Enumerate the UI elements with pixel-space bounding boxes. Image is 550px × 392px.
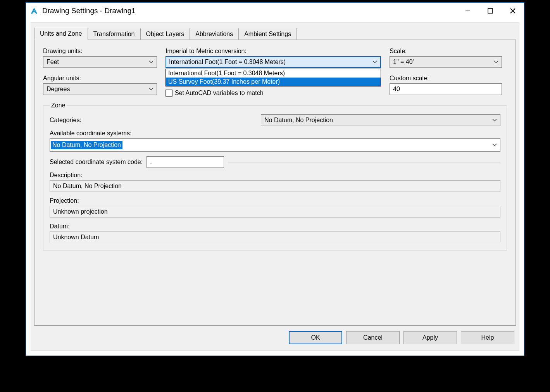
tab-label: Abbreviations (195, 31, 233, 37)
tab-ambient-settings[interactable]: Ambient Settings (238, 28, 297, 40)
chevron-down-icon (149, 88, 153, 91)
projection-value: Unknown projection (53, 208, 108, 215)
imperial-conversion-combo[interactable]: International Foot(1 Foot = 0.3048 Meter… (166, 56, 381, 68)
dropdown-option-label: US Survey Foot(39.37 Inches per Meter) (168, 78, 280, 85)
chevron-down-icon (492, 143, 497, 147)
angular-units-value: Degrees (47, 86, 70, 93)
scale-value: 1" = 40' (393, 59, 414, 66)
custom-scale-label: Custom scale: (390, 75, 502, 82)
selected-code-label: Selected coordinate system code: (50, 159, 143, 166)
button-label: Apply (422, 334, 438, 341)
scale-combo[interactable]: 1" = 40' (390, 56, 502, 68)
tab-transformation[interactable]: Transformation (88, 28, 141, 40)
tabstrip: Units and Zone Transformation Object Lay… (34, 26, 516, 40)
drawing-units-label: Drawing units: (43, 48, 157, 55)
datum-field: Unknown Datum (50, 231, 500, 243)
client-area: Units and Zone Transformation Object Lay… (31, 22, 519, 351)
window-title: Drawing Settings - Drawing1 (42, 7, 457, 15)
zone-group: Zone Categories: No Datum, No Projection… (43, 102, 507, 250)
tab-label: Units and Zone (40, 30, 82, 37)
tab-abbreviations[interactable]: Abbreviations (190, 28, 239, 40)
imperial-conversion-dropdown: International Foot(1 Foot = 0.3048 Meter… (166, 69, 381, 86)
svg-rect-0 (466, 10, 470, 11)
tab-label: Transformation (93, 31, 135, 37)
custom-scale-input[interactable]: 40 (390, 83, 502, 95)
help-button[interactable]: Help (461, 331, 514, 344)
imperial-conversion-value: International Foot(1 Foot = 0.3048 Meter… (169, 59, 286, 66)
dropdown-option-label: International Foot(1 Foot = 0.3048 Meter… (168, 70, 285, 76)
close-button[interactable] (502, 3, 524, 19)
dialog-button-row: OK Cancel Apply Help (289, 331, 516, 344)
svg-rect-1 (488, 9, 493, 13)
description-field: No Datum, No Projection (50, 180, 500, 192)
chevron-down-icon (149, 60, 153, 64)
dropdown-option-international-foot[interactable]: International Foot(1 Foot = 0.3048 Meter… (166, 69, 381, 78)
separator-line (228, 162, 500, 162)
scale-label: Scale: (390, 48, 502, 55)
categories-combo[interactable]: No Datum, No Projection (261, 114, 500, 126)
available-systems-value: No Datum, No Projection (51, 141, 122, 149)
selected-code-input[interactable]: . (147, 156, 224, 168)
dropdown-option-us-survey-foot[interactable]: US Survey Foot(39.37 Inches per Meter) (166, 78, 381, 86)
datum-label: Datum: (50, 223, 500, 230)
app-icon (30, 7, 38, 15)
description-value: No Datum, No Projection (53, 183, 122, 189)
projection-field: Unknown projection (50, 206, 500, 218)
maximize-button[interactable] (479, 3, 502, 19)
ok-button[interactable]: OK (289, 331, 342, 344)
button-label: OK (311, 334, 320, 341)
minimize-button[interactable] (457, 3, 479, 19)
available-systems-combo[interactable]: No Datum, No Projection (50, 138, 500, 152)
zone-legend: Zone (50, 102, 67, 109)
projection-label: Projection: (50, 197, 500, 204)
apply-button[interactable]: Apply (403, 331, 457, 344)
available-systems-label: Available coordinate systems: (50, 130, 131, 136)
imperial-conversion-label: Imperial to Metric conversion: (166, 48, 381, 55)
chevron-down-icon (372, 60, 377, 64)
tab-label: Ambient Settings (244, 31, 291, 37)
set-autocad-vars-label: Set AutoCAD variables to match (175, 90, 264, 97)
tab-object-layers[interactable]: Object Layers (140, 28, 190, 40)
custom-scale-value: 40 (393, 86, 400, 93)
selected-code-value: . (150, 159, 152, 166)
categories-label: Categories: (50, 117, 261, 124)
description-label: Description: (50, 172, 500, 179)
button-label: Help (481, 334, 494, 341)
set-autocad-vars-checkbox[interactable] (166, 90, 172, 97)
tab-label: Object Layers (146, 31, 184, 37)
angular-units-label: Angular units: (43, 75, 157, 82)
chevron-down-icon (494, 60, 498, 64)
titlebar: Drawing Settings - Drawing1 (26, 3, 524, 19)
categories-value: No Datum, No Projection (264, 117, 333, 124)
chevron-down-icon (492, 119, 497, 122)
tab-panel-units-zone: Drawing units: Feet Imperial to Metric c… (34, 40, 516, 326)
cancel-button[interactable]: Cancel (346, 331, 400, 344)
drawing-units-combo[interactable]: Feet (43, 56, 157, 68)
drawing-units-value: Feet (47, 59, 59, 66)
angular-units-combo[interactable]: Degrees (43, 83, 157, 95)
window-controls (457, 3, 524, 19)
dialog-window: Drawing Settings - Drawing1 Units and Zo… (26, 2, 524, 356)
tab-units-and-zone[interactable]: Units and Zone (34, 28, 88, 40)
datum-value: Unknown Datum (53, 234, 99, 240)
button-label: Cancel (363, 334, 383, 341)
